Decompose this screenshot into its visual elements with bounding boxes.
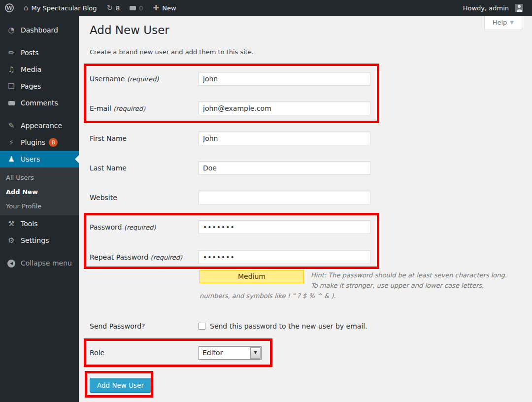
submenu-item-all-users[interactable]: All Users bbox=[0, 170, 79, 185]
updates-link[interactable]: ↻ 8 bbox=[101, 0, 125, 16]
password-label: Password (required) bbox=[90, 223, 199, 231]
form-row-email: E-mail (required) bbox=[90, 101, 370, 115]
sidebar-item-appearance[interactable]: ✎ Appearance bbox=[0, 117, 79, 134]
username-input[interactable] bbox=[199, 72, 370, 86]
last-name-input[interactable] bbox=[199, 161, 370, 175]
sidebar-item-label: Users bbox=[21, 155, 40, 163]
password-strength-area: Medium Hint: The password should be at l… bbox=[200, 270, 511, 301]
account-menu[interactable]: Howdy, admin bbox=[458, 0, 528, 16]
sidebar-item-users[interactable]: ♟ Users bbox=[0, 151, 79, 168]
comments-link[interactable]: 0 bbox=[125, 0, 148, 16]
admin-sidebar: ◔ Dashboard ✏ Posts ♫ Media ❏ Pages Comm… bbox=[0, 16, 79, 402]
comments-count: 0 bbox=[139, 4, 143, 12]
page-title: Add New User bbox=[90, 23, 169, 37]
sidebar-item-media[interactable]: ♫ Media bbox=[0, 61, 79, 78]
repeat-password-label: Repeat Password (required) bbox=[90, 253, 199, 261]
sidebar-item-label: Comments bbox=[21, 99, 58, 107]
main-content: Help ▼ Add New User Create a brand new u… bbox=[79, 16, 532, 402]
sidebar-item-tools[interactable]: ⚒ Tools bbox=[0, 215, 79, 232]
role-selected-value: Editor bbox=[199, 349, 250, 357]
caret-down-icon: ▼ bbox=[254, 351, 257, 355]
email-label: E-mail (required) bbox=[90, 104, 199, 112]
send-password-label: Send Password? bbox=[90, 322, 199, 330]
comments-icon bbox=[5, 100, 18, 107]
avatar bbox=[515, 4, 523, 12]
sidebar-item-label: Collapse menu bbox=[21, 259, 72, 267]
sidebar-item-label: Plugins bbox=[21, 138, 45, 146]
sidebar-item-pages[interactable]: ❏ Pages bbox=[0, 78, 79, 95]
chevron-down-icon: ▼ bbox=[510, 20, 514, 25]
website-label: Website bbox=[90, 194, 199, 201]
role-label: Role bbox=[90, 349, 199, 357]
first-name-label: First Name bbox=[90, 134, 199, 142]
submenu-item-your-profile[interactable]: Your Profile bbox=[0, 199, 79, 213]
media-icon: ♫ bbox=[5, 66, 18, 73]
plus-icon: ✚ bbox=[153, 4, 160, 12]
password-strength-meter: Medium bbox=[200, 270, 304, 283]
help-label: Help bbox=[493, 19, 507, 26]
tools-icon: ⚒ bbox=[5, 220, 18, 228]
sidebar-item-comments[interactable]: Comments bbox=[0, 95, 79, 111]
add-new-user-button[interactable]: Add New User bbox=[90, 378, 151, 393]
form-row-password: Password (required) bbox=[90, 220, 370, 234]
page-subtitle: Create a brand new user and add them to … bbox=[90, 48, 254, 56]
sidebar-item-label: Posts bbox=[21, 49, 39, 57]
role-select[interactable]: Editor ▼ bbox=[199, 346, 262, 360]
admin-bar: W ⌂ My Spectacular Blog ↻ 8 0 ✚ New Howd… bbox=[0, 0, 532, 16]
sidebar-item-dashboard[interactable]: ◔ Dashboard bbox=[0, 22, 79, 38]
updates-icon: ↻ bbox=[106, 4, 113, 12]
new-label: New bbox=[162, 4, 176, 12]
last-name-label: Last Name bbox=[90, 164, 199, 172]
sidebar-item-plugins[interactable]: ⚡ Plugins 8 bbox=[0, 134, 79, 151]
form-row-repeat-password: Repeat Password (required) bbox=[90, 250, 370, 264]
collapse-icon: ◀ bbox=[5, 259, 18, 268]
password-input[interactable] bbox=[199, 220, 370, 234]
website-input[interactable] bbox=[199, 191, 370, 204]
menu-separator bbox=[0, 38, 79, 44]
form-row-last-name: Last Name bbox=[90, 161, 370, 175]
send-password-checkbox[interactable] bbox=[199, 323, 205, 330]
sidebar-item-label: Pages bbox=[21, 82, 41, 90]
first-name-input[interactable] bbox=[199, 132, 370, 145]
settings-icon: ⚙ bbox=[5, 237, 18, 244]
posts-icon: ✏ bbox=[5, 49, 18, 57]
users-submenu: All Users Add New Your Profile bbox=[0, 168, 79, 215]
form-row-username: Username (required) bbox=[90, 72, 370, 86]
dashboard-icon: ◔ bbox=[5, 27, 18, 34]
submenu-item-add-new[interactable]: Add New bbox=[0, 185, 79, 199]
form-row-role: Role Editor ▼ bbox=[90, 346, 262, 360]
updates-count: 8 bbox=[116, 4, 120, 12]
sidebar-item-label: Appearance bbox=[21, 122, 62, 130]
sidebar-item-collapse-menu[interactable]: ◀ Collapse menu bbox=[0, 255, 79, 271]
sidebar-item-posts[interactable]: ✏ Posts bbox=[0, 44, 79, 61]
home-icon: ⌂ bbox=[24, 4, 29, 12]
form-row-first-name: First Name bbox=[90, 132, 370, 145]
site-name-link[interactable]: ⌂ My Spectacular Blog bbox=[19, 0, 101, 16]
form-row-website: Website bbox=[90, 191, 370, 204]
email-field[interactable] bbox=[199, 101, 370, 115]
select-dropdown-button[interactable]: ▼ bbox=[250, 347, 261, 359]
form-row-send-password: Send Password? Send this password to the… bbox=[90, 319, 367, 333]
pages-icon: ❏ bbox=[5, 83, 18, 90]
site-name-label: My Spectacular Blog bbox=[32, 4, 97, 12]
sidebar-item-label: Dashboard bbox=[21, 26, 58, 34]
menu-separator bbox=[0, 249, 79, 255]
howdy-label: Howdy, admin bbox=[463, 4, 509, 12]
wordpress-menu-button[interactable]: W bbox=[0, 0, 19, 16]
new-content-button[interactable]: ✚ New bbox=[148, 0, 181, 16]
plugins-update-badge: 8 bbox=[49, 138, 58, 147]
help-button[interactable]: Help ▼ bbox=[484, 16, 522, 30]
sidebar-item-label: Settings bbox=[21, 236, 49, 244]
send-password-checkbox-label: Send this password to the new user by em… bbox=[210, 322, 367, 330]
wordpress-logo-icon: W bbox=[5, 3, 14, 12]
comments-bubble-icon bbox=[130, 6, 136, 10]
appearance-icon: ✎ bbox=[5, 122, 18, 130]
repeat-password-input[interactable] bbox=[199, 250, 370, 264]
sidebar-item-settings[interactable]: ⚙ Settings bbox=[0, 232, 79, 249]
username-label: Username (required) bbox=[90, 75, 199, 83]
menu-separator bbox=[0, 111, 79, 117]
sidebar-item-label: Tools bbox=[21, 220, 38, 228]
sidebar-item-label: Media bbox=[21, 66, 41, 73]
users-icon: ♟ bbox=[5, 156, 18, 163]
plugins-icon: ⚡ bbox=[5, 139, 18, 146]
